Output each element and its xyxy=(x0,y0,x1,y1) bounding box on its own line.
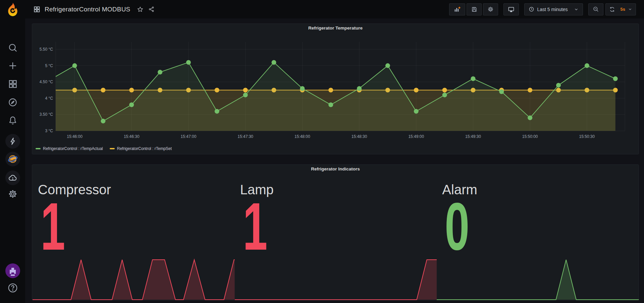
chevron-down-icon[interactable] xyxy=(628,7,632,11)
x-axis-tick-label: 15:46:30 xyxy=(124,134,140,139)
panel-refrigerator-temperature: Refrigerator Temperature 5.50 °C5 °C4.50… xyxy=(32,23,639,154)
y-axis-tick-label: 5.50 °C xyxy=(40,47,53,52)
y-axis-tick-label: 4 °C xyxy=(45,96,53,101)
legend-swatch xyxy=(110,148,115,149)
dashboard-settings-button[interactable] xyxy=(483,3,498,15)
x-axis-tick-label: 15:49:30 xyxy=(465,134,481,139)
time-range-label: Last 5 minutes xyxy=(537,7,568,12)
save-icon xyxy=(471,6,477,12)
x-axis-tick-label: 15:48:30 xyxy=(352,134,367,139)
stat-value: 0 xyxy=(445,193,469,260)
y-axis-tick-label: 3 °C xyxy=(45,129,53,133)
refresh-button[interactable] xyxy=(609,6,615,12)
add-panel-icon xyxy=(453,6,461,13)
x-axis-tick-label: 15:49:00 xyxy=(408,134,424,139)
refresh-controls: 5s xyxy=(605,3,636,15)
sidebar-item-dashboards[interactable] xyxy=(0,79,25,89)
stats-row: Compressor 1 Lamp 1 Alarm 0 xyxy=(33,172,639,300)
gear-icon xyxy=(487,6,494,12)
x-axis-tick-label: 15:46:00 xyxy=(67,134,83,139)
icon-circle-bg xyxy=(5,170,20,185)
sidebar-item-explore[interactable] xyxy=(0,97,25,107)
grafana-flame-icon xyxy=(5,2,20,17)
legend-item[interactable]: RefrigeratorControl : rTempActual xyxy=(36,146,103,151)
grafana-logo[interactable] xyxy=(0,1,25,18)
world-globe-icon xyxy=(8,154,18,164)
dashboard-title[interactable]: RefrigeratorControl MODBUS xyxy=(45,6,130,13)
x-axis-tick-label: 15:50:00 xyxy=(522,134,538,139)
y-axis-tick-label: 5 °C xyxy=(45,63,53,68)
legend-label: RefrigeratorControl : rTempSet xyxy=(117,146,172,151)
stat-compressor: Compressor 1 xyxy=(33,172,235,300)
chevron-down-icon xyxy=(574,7,579,12)
sidebar-item-help[interactable] xyxy=(0,282,25,294)
dashboard-squares-icon xyxy=(34,6,40,12)
sidebar-item-configuration[interactable] xyxy=(0,189,25,199)
printer-avatar-icon xyxy=(5,263,20,279)
plus-icon xyxy=(8,61,18,71)
sparkline-path xyxy=(235,260,437,300)
panel-title[interactable]: Refrigerator Indicators xyxy=(32,166,639,171)
lightning-bolt-icon xyxy=(8,137,17,146)
sparkline-path xyxy=(33,260,235,300)
sparkline-path xyxy=(437,260,639,300)
sidebar-item-create[interactable] xyxy=(0,61,25,71)
bell-icon xyxy=(8,115,18,125)
y-axis-tick-label: 4.50 °C xyxy=(40,80,53,84)
sidebar-item-alerting[interactable] xyxy=(0,115,25,125)
dashboards-grid-icon xyxy=(8,79,18,89)
monitor-icon xyxy=(508,6,515,13)
refresh-interval-label[interactable]: 5s xyxy=(621,7,625,12)
zoom-out-icon xyxy=(593,6,599,12)
chart-legend: RefrigeratorControl : rTempActualRefrige… xyxy=(36,146,172,151)
topbar-left: RefrigeratorControl MODBUS xyxy=(34,6,155,13)
icon-circle-bg xyxy=(5,134,20,149)
panel-refrigerator-indicators: Refrigerator Indicators Compressor 1 Lam… xyxy=(32,164,639,300)
legend-item[interactable]: RefrigeratorControl : rTempSet xyxy=(110,146,172,151)
gear-icon xyxy=(8,189,18,199)
temperature-time-series-chart: 5.50 °C5 °C4.50 °C4 °C3.50 °C3 °C15:46:0… xyxy=(32,24,639,154)
compass-icon xyxy=(8,97,18,107)
y-axis-tick-label: 3.50 °C xyxy=(40,112,53,117)
sidebar xyxy=(0,0,25,303)
stat-sparkline xyxy=(437,258,639,300)
time-range-picker[interactable]: Last 5 minutes xyxy=(524,3,583,15)
legend-label: RefrigeratorControl : rTempActual xyxy=(43,146,103,151)
stat-alarm: Alarm 0 xyxy=(437,172,639,300)
save-dashboard-button[interactable] xyxy=(467,3,482,15)
clock-icon xyxy=(529,6,534,12)
refresh-icon xyxy=(609,6,615,12)
sidebar-item-bolt-plugin[interactable] xyxy=(0,134,25,149)
cycle-view-button[interactable] xyxy=(503,3,519,15)
x-axis-tick-label: 15:50:30 xyxy=(579,134,595,139)
sidebar-item-search[interactable] xyxy=(0,43,25,53)
stat-lamp: Lamp 1 xyxy=(235,172,437,300)
add-panel-button[interactable] xyxy=(449,3,465,15)
topbar-actions: Last 5 minutes 5s xyxy=(449,3,636,15)
stat-value: 1 xyxy=(243,193,267,260)
x-axis-tick-label: 15:47:00 xyxy=(181,134,197,139)
stat-sparkline xyxy=(33,258,235,300)
zoom-out-time-button[interactable] xyxy=(588,3,603,15)
star-icon[interactable] xyxy=(137,6,144,13)
cloud-exclamation-icon xyxy=(8,173,17,183)
icon-circle-bg xyxy=(5,152,20,166)
question-circle-icon xyxy=(7,282,18,294)
dashboard-topbar: RefrigeratorControl MODBUS xyxy=(25,0,644,18)
x-axis-tick-label: 15:48:00 xyxy=(294,134,310,139)
stat-sparkline xyxy=(235,258,437,300)
x-axis-tick-label: 15:47:30 xyxy=(237,134,253,139)
sidebar-item-cloud-alert[interactable] xyxy=(0,170,25,185)
stat-value: 1 xyxy=(41,193,65,260)
sidebar-user-avatar[interactable] xyxy=(0,263,25,279)
share-icon[interactable] xyxy=(148,6,155,12)
legend-swatch xyxy=(36,148,41,149)
sidebar-item-world-plugin[interactable] xyxy=(0,152,25,166)
search-icon xyxy=(8,43,18,53)
